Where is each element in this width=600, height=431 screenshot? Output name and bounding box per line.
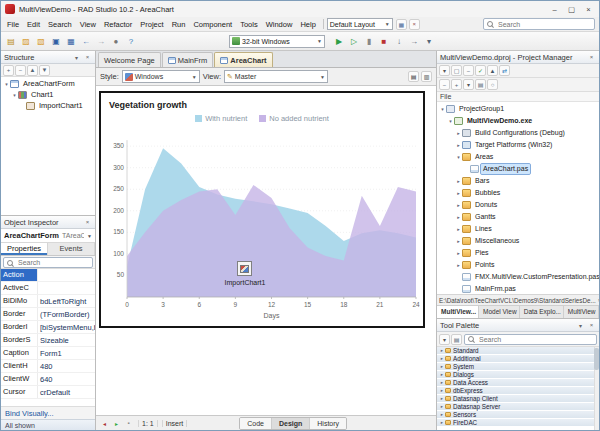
property-row-borderi[interactable]: BorderI[biSystemMenu,biM <box>1 321 95 334</box>
run-without-debug-icon[interactable]: ▷ <box>347 34 361 48</box>
menu-view[interactable]: View <box>76 17 100 32</box>
tab-welcome-page[interactable]: Welcome Page <box>98 52 161 67</box>
trace-into-icon[interactable]: ↓ <box>392 34 406 48</box>
tree-item-points[interactable]: ▸Points <box>437 259 599 271</box>
view-tab-design[interactable]: Design <box>272 418 310 429</box>
property-value[interactable]: 640 <box>38 375 95 384</box>
close-icon[interactable]: × <box>83 219 92 225</box>
menu-run[interactable]: Run <box>168 17 190 32</box>
tree-item-pies[interactable]: ▸Pies <box>437 247 599 259</box>
pin-icon[interactable]: ▾ <box>576 322 585 329</box>
menu-tools[interactable]: Tools <box>236 17 262 32</box>
expander-icon[interactable]: ▸ <box>455 142 462 148</box>
refresh-icon[interactable]: ○ <box>487 79 498 90</box>
redo-icon[interactable]: → <box>94 34 108 48</box>
pm-tab-data-explo[interactable]: Data Explo... <box>520 306 564 318</box>
tool-palette-search-input[interactable] <box>479 336 593 343</box>
style-combo[interactable]: Windows ▼ <box>122 70 200 83</box>
tree-item-mainfrm-pas[interactable]: MainFrm.pas <box>437 283 599 294</box>
tp-category-system[interactable]: ▸System <box>437 363 599 371</box>
minimize-button[interactable]: – <box>546 3 563 16</box>
move-down-icon[interactable]: ▼ <box>39 65 50 76</box>
expander-icon[interactable]: ▸ <box>455 202 462 208</box>
expander-icon[interactable]: ▸ <box>455 238 462 244</box>
tp-category-datasnap-client[interactable]: ▸Datasnap Client <box>437 395 599 403</box>
delete-layout-icon[interactable]: × <box>409 19 420 30</box>
run-icon[interactable]: ▶ <box>332 34 346 48</box>
search-input[interactable] <box>498 21 591 28</box>
property-row-border[interactable]: Border(TFormBorder) <box>1 308 95 321</box>
pm-tab-multiview[interactable]: MultiView... <box>437 306 479 318</box>
object-selector-combo[interactable]: AreaChartForm TAreaChartF ▼ <box>1 229 95 243</box>
modified-indicator-icon[interactable]: ▪ <box>123 418 134 429</box>
expander-icon[interactable]: ▾ <box>447 118 454 124</box>
group-by-icon[interactable]: ▤ <box>475 79 486 90</box>
tree-item-bars[interactable]: ▸Bars <box>437 175 599 187</box>
tree-item-importchart1[interactable]: ImportChart1 <box>1 100 95 111</box>
collapse-all-icon[interactable]: − <box>15 65 26 76</box>
close-icon[interactable]: × <box>587 322 596 329</box>
property-value[interactable]: (TFormBorder) <box>38 310 95 319</box>
designed-form[interactable]: Vegetation growth With nutrientNo added … <box>99 91 425 328</box>
tree-item-build-configurations-debug[interactable]: ▸Build Configurations (Debug) <box>437 127 599 139</box>
expander-icon[interactable]: ▸ <box>455 262 462 268</box>
property-row-borders[interactable]: BorderSSizeable <box>1 334 95 347</box>
menu-component[interactable]: Component <box>189 17 236 32</box>
property-row-cursor[interactable]: CursorcrDefault <box>1 386 95 399</box>
open-file-icon[interactable]: ▧ <box>34 34 48 48</box>
property-row-activec[interactable]: ActiveC <box>1 282 95 295</box>
scrollbar-thumb[interactable] <box>594 348 599 370</box>
remove-project-icon[interactable]: − <box>463 65 474 76</box>
tp-category-firedac[interactable]: ▸FireDAC <box>437 419 599 427</box>
tree-item-donuts[interactable]: ▸Donuts <box>437 199 599 211</box>
activate-project-icon[interactable]: ✓ <box>475 65 486 76</box>
ide-search-box[interactable] <box>483 18 595 30</box>
project-options-icon[interactable]: ▾ <box>422 34 436 48</box>
close-icon[interactable]: × <box>587 54 596 60</box>
property-row-clientw[interactable]: ClientW640 <box>1 373 95 386</box>
tree-item-areas[interactable]: ▾Areas <box>437 151 599 163</box>
pause-icon[interactable]: ▮ <box>362 34 376 48</box>
expander-icon[interactable]: ▾ <box>455 154 462 160</box>
expander-icon[interactable]: ▸ <box>455 250 462 256</box>
property-search-input[interactable] <box>18 259 89 266</box>
tool-palette-search-box[interactable] <box>464 334 597 345</box>
expand-all-icon[interactable]: + <box>3 65 14 76</box>
save-all-icon[interactable]: ▦ <box>64 34 78 48</box>
close-button[interactable]: × <box>580 3 597 16</box>
expander-icon[interactable]: ▾ <box>11 92 18 98</box>
split-view-icon[interactable]: ▥ <box>421 71 432 82</box>
sort-by-icon[interactable]: ▾ <box>463 79 474 90</box>
tree-item-miscellaneous[interactable]: ▸Miscellaneous <box>437 235 599 247</box>
expander-icon[interactable]: ▸ <box>455 130 462 136</box>
menu-help[interactable]: Help <box>296 17 319 32</box>
property-value[interactable]: crDefault <box>38 388 95 397</box>
oi-tab-events[interactable]: Events <box>48 243 95 255</box>
desktop-layout-combo[interactable]: Default Layout ▼ <box>327 18 393 30</box>
form-designer-canvas[interactable]: Vegetation growth With nutrientNo added … <box>96 86 436 416</box>
view-tab-history[interactable]: History <box>310 418 346 429</box>
tree-item-projectgroup1[interactable]: ▾ProjectGroup1 <box>437 103 599 115</box>
find-icon[interactable]: ● <box>109 34 123 48</box>
expander-icon[interactable]: ▸ <box>455 190 462 196</box>
bind-visually-button[interactable]: Bind Visually... <box>1 406 95 419</box>
views-list-icon[interactable]: ▤ <box>408 71 419 82</box>
tp-category-dbexpress[interactable]: ▸dbExpress <box>437 387 599 395</box>
property-value[interactable]: bdLeftToRight <box>38 297 95 306</box>
target-platform-combo[interactable]: 32-bit Windows ▼ <box>229 35 325 48</box>
tree-item-gantts[interactable]: ▸Gantts <box>437 211 599 223</box>
tab-mainfrm[interactable]: MainFrm <box>162 52 214 67</box>
tree-item-bubbles[interactable]: ▸Bubbles <box>437 187 599 199</box>
tp-category-data-access[interactable]: ▸Data Access <box>437 379 599 387</box>
tree-item-target-platforms-win32[interactable]: ▸Target Platforms (Win32) <box>437 139 599 151</box>
view-tab-code[interactable]: Code <box>240 418 272 429</box>
help-icon[interactable]: ? <box>124 34 138 48</box>
tp-category-additional[interactable]: ▸Additional <box>437 355 599 363</box>
expander-icon[interactable]: ▾ <box>3 81 10 87</box>
tree-item-areachart-pas[interactable]: AreaChart.pas <box>437 163 599 175</box>
undo-icon[interactable]: ← <box>79 34 93 48</box>
tree-item-lines[interactable]: ▸Lines <box>437 223 599 235</box>
property-row-action[interactable]: Action <box>1 269 95 282</box>
property-value[interactable]: [biSystemMenu,biM <box>38 323 95 332</box>
tab-areachart[interactable]: AreaChart <box>214 52 272 67</box>
